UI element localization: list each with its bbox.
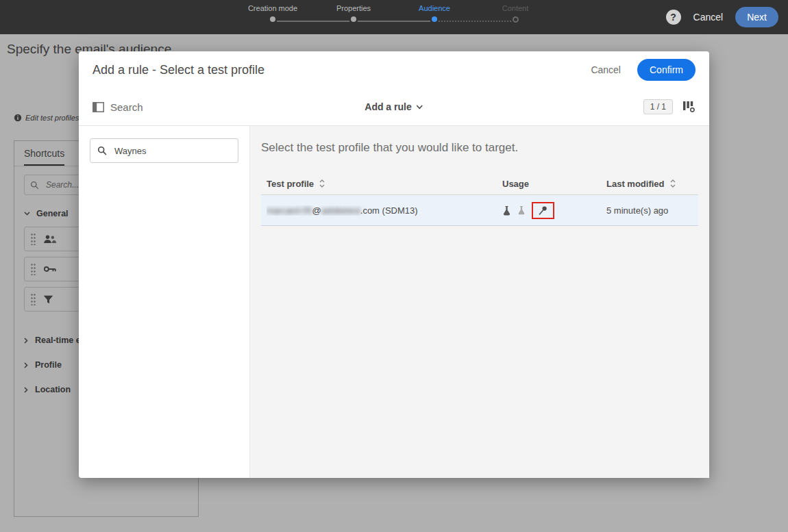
table-header: Test profile Usage Last modified [261,173,698,195]
instruction-text: Select the test profile that you would l… [261,141,698,155]
wizard-topbar: Creation mode Properties Audience Conten… [0,0,788,34]
profile-results-panel: Select the test profile that you would l… [250,126,709,478]
step-label: Audience [419,4,450,12]
page-indicator: 1 / 1 [643,99,673,114]
pin-icon[interactable] [538,205,548,216]
step-creation-mode[interactable]: Creation mode [232,4,313,23]
sort-icon [669,179,676,188]
test-tube-icon[interactable] [502,205,511,216]
step-properties[interactable]: Properties [313,4,394,23]
modal-confirm-button[interactable]: Confirm [637,59,695,81]
column-label: Test profile [267,179,314,189]
add-rule-label: Add a rule [365,101,411,112]
modal-header: Add a rule - Select a test profile Cance… [79,51,709,88]
step-dot [351,16,356,22]
add-rule-dropdown[interactable]: Add a rule [365,101,423,112]
modal-body: Select the test profile that you would l… [79,126,709,478]
search-panel-toggle[interactable]: Search [93,101,143,113]
table-row[interactable]: marcard-05@adobetest.com (SDM13) [261,195,698,226]
search-panel [79,126,250,478]
column-header-last-modified[interactable]: Last modified [606,179,693,189]
add-rule-modal: Add a rule - Select a test profile Cance… [79,51,709,478]
column-header-test-profile[interactable]: Test profile [267,179,502,189]
modal-cancel-button[interactable]: Cancel [591,64,621,75]
profile-search-field[interactable] [90,138,238,163]
column-header-usage[interactable]: Usage [502,179,606,189]
toolbar-right: 1 / 1 [643,99,695,114]
step-label: Creation mode [248,4,297,12]
step-dot [432,16,437,22]
sort-icon [319,179,325,188]
wizard-stepper: Creation mode Properties Audience Conten… [232,4,556,23]
step-label: Properties [336,4,371,12]
step-content[interactable]: Content [475,4,556,23]
column-label: Last modified [606,179,665,189]
modal-title: Add a rule - Select a test profile [93,63,591,77]
modal-toolbar: Search Add a rule 1 / 1 [79,88,709,126]
highlight-red-box [532,202,554,219]
step-dot [513,16,519,23]
step-label: Content [502,4,529,12]
redacted-email-local: marcard-05 [267,205,312,216]
usage-cell [502,202,606,219]
test-profile-email: marcard-05@adobetest.com (SDM13) [267,205,502,216]
topbar-actions: ? Cancel Next [666,0,778,34]
chevron-down-icon [417,105,423,110]
wizard-cancel-button[interactable]: Cancel [693,12,724,23]
last-modified-cell: 5 minute(s) ago [606,205,693,216]
email-visible-suffix: .com (SDM13) [360,205,418,216]
column-settings-icon[interactable] [682,101,695,113]
step-audience[interactable]: Audience [394,4,475,23]
help-icon[interactable]: ? [666,10,681,25]
column-label: Usage [502,179,529,189]
profile-search-input[interactable] [113,145,231,157]
search-panel-label: Search [110,101,143,113]
wizard-next-button[interactable]: Next [735,7,778,27]
step-dot [270,16,275,22]
rail-icon [93,102,104,112]
search-icon [97,146,107,155]
email-at: @ [312,205,321,216]
redacted-email-domain: adobetest [321,205,360,216]
test-tube-light-icon[interactable] [517,205,526,215]
